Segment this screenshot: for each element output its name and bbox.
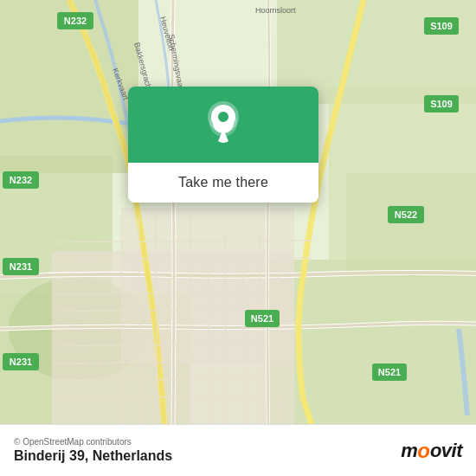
- map-container: N232 N232 N231 N231 N521 N521 N522 S109 …: [0, 0, 476, 424]
- bottom-bar: © OpenStreetMap contributors Binderij 39…: [0, 424, 476, 476]
- location-name: Binderij 39, Netherlands: [14, 448, 172, 464]
- moovit-logo-text: m: [401, 440, 417, 462]
- moovit-logo-dot: o: [417, 439, 430, 463]
- svg-text:N522: N522: [395, 209, 417, 220]
- popup-card: Take me there: [128, 87, 318, 203]
- svg-text:N521: N521: [251, 313, 273, 324]
- svg-text:S109: S109: [430, 21, 453, 31]
- svg-text:N231: N231: [10, 357, 32, 367]
- svg-text:Hoornsloort: Hoornsloort: [255, 6, 296, 15]
- moovit-logo: m o ovit: [401, 439, 462, 463]
- svg-point-58: [218, 112, 228, 122]
- svg-text:N232: N232: [64, 16, 87, 26]
- svg-text:N231: N231: [10, 261, 32, 272]
- pin-icon-overlay: [206, 100, 241, 145]
- moovit-logo-rest: ovit: [430, 440, 462, 462]
- svg-rect-8: [346, 173, 476, 277]
- osm-credit: © OpenStreetMap contributors: [14, 437, 172, 447]
- svg-text:N232: N232: [10, 175, 32, 185]
- svg-text:S109: S109: [430, 99, 453, 109]
- location-info: © OpenStreetMap contributors Binderij 39…: [14, 437, 172, 464]
- svg-text:N521: N521: [378, 367, 401, 377]
- take-me-there-button[interactable]: Take me there: [128, 163, 318, 203]
- popup-header: [128, 87, 318, 163]
- map-background: N232 N232 N231 N231 N521 N521 N522 S109 …: [0, 0, 476, 424]
